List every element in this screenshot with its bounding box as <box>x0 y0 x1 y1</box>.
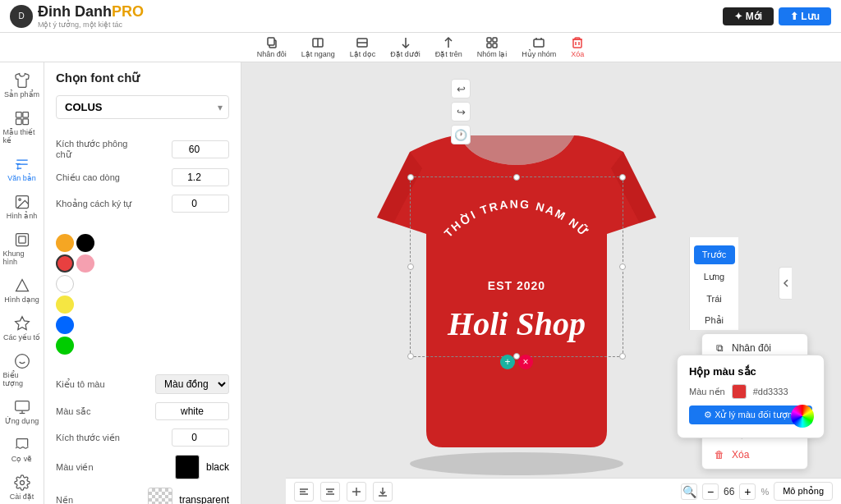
toolbar-group-label: Nhóm lại <box>477 50 508 58</box>
svg-rect-20 <box>16 119 21 125</box>
main-layout: Sản phẩm Mẫu thiết kế T Văn bản Hình ảnh… <box>0 62 841 504</box>
font-size-input[interactable] <box>172 140 229 158</box>
font-select-input[interactable]: COLUS <box>56 95 229 119</box>
svg-point-29 <box>15 355 29 369</box>
sidebar-item-co-ve[interactable]: Cọ vẽ <box>2 432 43 468</box>
swatch-black[interactable] <box>76 234 94 252</box>
svg-rect-26 <box>18 236 25 243</box>
svg-marker-28 <box>15 317 29 330</box>
view-lung[interactable]: Lưng <box>694 268 735 286</box>
canvas-area[interactable]: ↩ ↪ 🕐 T <box>241 62 841 504</box>
view-trai[interactable]: Trái <box>694 290 735 308</box>
sidebar-item-hinh-dang[interactable]: Hình dạng <box>2 273 43 309</box>
font-selector[interactable]: COLUS ▾ <box>56 95 229 119</box>
sidebar-item-bieu-tuong[interactable]: Biểu tượng <box>2 348 43 392</box>
color-box-color-label: Màu nền <box>689 387 725 397</box>
bottom-right: 🔍 − 66 + % Mô phỏng <box>681 482 833 501</box>
color-box-title: Hộp màu sắc <box>689 365 812 378</box>
sidebar-item-san-pham[interactable]: Sản phẩm <box>2 67 43 103</box>
ctx-delete[interactable]: 🗑 Xóa <box>702 444 807 465</box>
bg-swatch[interactable] <box>148 488 172 504</box>
right-expand-button[interactable] <box>779 267 792 300</box>
swatch-yellow[interactable] <box>56 296 74 314</box>
letter-spacing-input[interactable] <box>172 195 229 213</box>
zoom-value: 66 <box>724 486 734 497</box>
sidebar-label-cac-yeu-to: Các yếu tố <box>3 333 40 341</box>
logo-text: Đinh DanhPRO <box>38 3 144 20</box>
tshirt-container: THỜI TRANG NAM NỮ EST 2020 Holi Shop <box>344 86 689 480</box>
sidebar-label-san-pham: Sản phẩm <box>4 90 39 99</box>
swatch-pink[interactable] <box>76 254 94 273</box>
sidebar-label-cai-dat: Cài đặt <box>10 493 34 501</box>
view-phai[interactable]: Phải <box>694 311 735 330</box>
color-style-label: Kiểu tô màu <box>56 379 155 390</box>
bottom-add-button[interactable] <box>347 482 366 502</box>
border-size-input[interactable] <box>172 428 229 447</box>
toolbar-flip-v[interactable]: Lật dọc <box>350 36 376 58</box>
zoom-decrease-button[interactable]: − <box>702 483 719 500</box>
toolbar-ungroup[interactable]: Hủy nhóm <box>522 36 556 58</box>
bottom-align-left[interactable] <box>294 482 314 502</box>
color-wheel[interactable] <box>791 405 814 428</box>
svg-rect-15 <box>573 39 581 48</box>
ctx-copy-label: Nhân đôi <box>732 342 771 354</box>
sidebar-label-mau-thiet-ke: Mẫu thiết kế <box>3 128 41 144</box>
sidebar-item-hinh-anh[interactable]: Hình ảnh <box>2 189 43 225</box>
sidebar-label-hinh-anh: Hình ảnh <box>7 212 38 220</box>
bottom-left <box>294 482 393 502</box>
toolbar-bring-front[interactable]: Đặt trên <box>435 36 462 58</box>
undo-button[interactable]: ↩ <box>451 79 471 99</box>
border-color-swatch[interactable] <box>175 455 200 479</box>
color-style-row: Kiểu tô màu Màu đồng nhất <box>56 374 229 394</box>
toolbar-copy-label: Nhân đôi <box>257 50 287 58</box>
svg-rect-8 <box>487 38 491 42</box>
bg-label: Nền <box>56 495 148 505</box>
sidebar-item-cai-dat[interactable]: Cài đặt <box>2 470 43 504</box>
toolbar-flip-h[interactable]: Lật ngang <box>301 36 335 58</box>
letter-spacing-label: Khoảng cách ký tự <box>56 199 172 209</box>
border-size-label: Kích thước viền <box>56 433 172 443</box>
zoom-out-icon[interactable]: 🔍 <box>681 483 697 500</box>
sidebar-item-khung-hinh[interactable]: Khung hình <box>2 227 43 271</box>
color-style-select[interactable]: Màu đồng nhất <box>155 374 229 394</box>
swatch-blue[interactable] <box>56 316 74 334</box>
view-truoc[interactable]: Trước <box>694 245 735 264</box>
letter-spacing-row: Khoảng cách ký tự <box>56 195 229 213</box>
swatch-orange[interactable] <box>56 234 74 252</box>
new-button[interactable]: ✦ Mới <box>723 7 774 25</box>
redo-button[interactable]: ↪ <box>451 102 471 121</box>
sidebar-label-van-ban: Văn bản <box>7 174 36 182</box>
history-button[interactable]: 🕐 <box>451 125 471 144</box>
sidebar-item-van-ban[interactable]: T Văn bản <box>2 151 43 187</box>
toolbar-send-back[interactable]: Đặt dưới <box>390 36 420 58</box>
save-button[interactable]: ⬆ Lưu <box>779 7 831 25</box>
delete-icon: 🗑 <box>714 449 725 460</box>
bottom-download-button[interactable] <box>373 482 393 502</box>
sidebar-item-mau-thiet-ke[interactable]: Mẫu thiết kế <box>2 105 43 149</box>
line-height-input[interactable] <box>172 168 229 186</box>
swatch-white[interactable] <box>56 275 74 293</box>
logo-sub: Một ý tưởng, một kiệt tác <box>38 21 144 29</box>
toolbar-group[interactable]: Nhóm lại <box>477 36 508 58</box>
color-box-swatch[interactable] <box>732 384 747 399</box>
zoom-increase-button[interactable]: + <box>739 483 756 500</box>
sidebar-item-cac-yeu-to[interactable]: Các yếu tố <box>2 310 43 346</box>
color-swatches <box>56 234 229 355</box>
toolbar-delete[interactable]: Xóa <box>571 36 584 58</box>
swatch-red[interactable] <box>56 254 74 273</box>
bottom-align-center[interactable] <box>320 482 340 502</box>
svg-rect-21 <box>22 119 28 125</box>
svg-point-47 <box>410 452 623 475</box>
swatch-green[interactable] <box>56 337 74 355</box>
left-panel: Chọn font chữ COLUS ▾ Kích thước phôngch… <box>44 62 241 504</box>
color-input[interactable] <box>155 402 229 420</box>
svg-marker-27 <box>16 280 28 291</box>
mophong-button[interactable]: Mô phỏng <box>774 482 833 501</box>
bg-value: transparent <box>179 494 229 504</box>
border-size-row: Kích thước viền <box>56 428 229 447</box>
toolbar-flip-v-label: Lật dọc <box>350 50 376 58</box>
sidebar-item-ung-dung[interactable]: Ứng dụng <box>2 394 43 430</box>
toolbar-copy[interactable]: Nhân đôi <box>257 36 287 58</box>
swatch-row-4 <box>56 296 229 314</box>
svg-rect-1 <box>268 38 274 45</box>
